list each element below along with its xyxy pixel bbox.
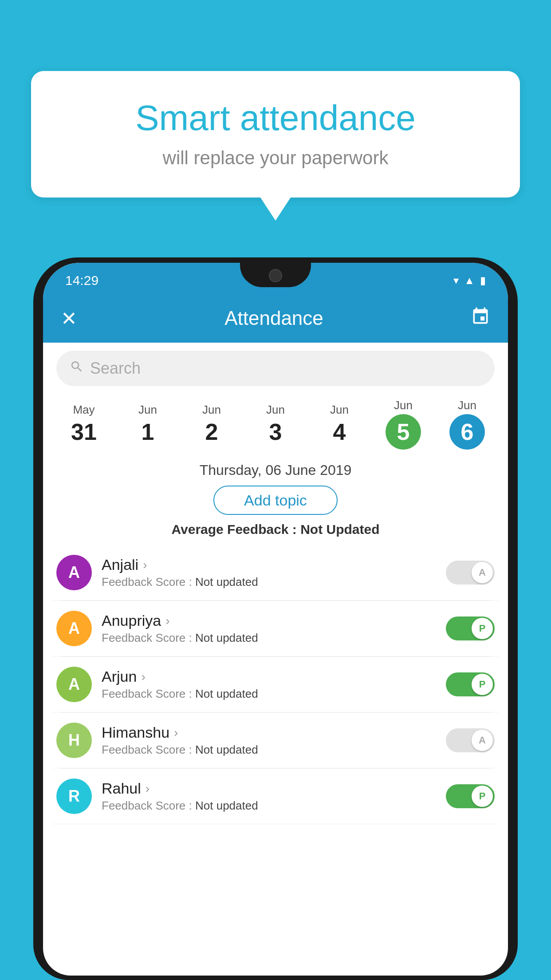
student-list: AAnjali›Feedback Score : Not updatedAAAn… <box>43 545 508 824</box>
header-title: Attendance <box>224 307 323 329</box>
date-item[interactable]: May31 <box>52 399 116 450</box>
date-item[interactable]: Jun3 <box>244 399 307 450</box>
speech-bubble: Smart attendance will replace your paper… <box>31 71 520 198</box>
chevron-right-icon: › <box>143 558 147 572</box>
add-topic-button[interactable]: Add topic <box>213 486 338 515</box>
battery-icon: ▮ <box>480 274 486 287</box>
student-feedback: Feedback Score : Not updated <box>102 799 436 813</box>
toggle-knob: A <box>472 562 493 583</box>
student-name: Arjun› <box>102 668 436 685</box>
toggle-knob: A <box>472 730 493 751</box>
attendance-toggle[interactable]: P <box>446 616 495 640</box>
speech-title: Smart attendance <box>67 98 484 138</box>
wifi-icon: ▾ <box>453 274 459 287</box>
student-name: Anjali› <box>102 556 436 573</box>
attendance-toggle[interactable]: A <box>446 728 495 752</box>
student-name: Rahul› <box>102 780 436 797</box>
signal-icon: ▲ <box>464 274 475 287</box>
student-info: Anupriya›Feedback Score : Not updated <box>102 612 436 645</box>
student-avatar: A <box>56 667 92 702</box>
phone-inner: 14:29 ▾ ▲ ▮ ✕ Attendance <box>39 263 512 980</box>
student-item[interactable]: AArjun›Feedback Score : Not updatedP <box>52 657 499 712</box>
speech-bubble-container: Smart attendance will replace your paper… <box>31 71 520 198</box>
phone-frame: 14:29 ▾ ▲ ▮ ✕ Attendance <box>33 257 518 980</box>
search-placeholder: Search <box>90 359 141 378</box>
camera <box>269 269 282 282</box>
phone-screen: 14:29 ▾ ▲ ▮ ✕ Attendance <box>43 263 508 976</box>
attendance-toggle[interactable]: A <box>446 561 495 585</box>
avg-feedback-label: Average Feedback : <box>171 522 300 537</box>
date-item[interactable]: Jun6 <box>435 394 499 454</box>
student-info: Anjali›Feedback Score : Not updated <box>102 556 436 589</box>
avg-feedback: Average Feedback : Not Updated <box>43 522 508 537</box>
student-avatar: A <box>56 611 92 646</box>
chevron-right-icon: › <box>165 614 169 628</box>
phone-notch <box>240 263 311 287</box>
student-item[interactable]: AAnjali›Feedback Score : Not updatedA <box>52 545 499 601</box>
attendance-toggle[interactable]: P <box>446 784 495 808</box>
student-feedback: Feedback Score : Not updated <box>102 631 436 645</box>
status-time: 14:29 <box>65 273 98 288</box>
student-avatar: R <box>56 778 92 814</box>
date-item[interactable]: Jun5 <box>371 394 435 454</box>
speech-subtitle: will replace your paperwork <box>67 147 484 169</box>
calendar-icon[interactable] <box>471 307 490 330</box>
chevron-right-icon: › <box>146 782 150 796</box>
search-bar[interactable]: Search <box>56 351 495 386</box>
student-name: Anupriya› <box>102 612 436 629</box>
toggle-on[interactable]: P <box>446 784 495 808</box>
chevron-right-icon: › <box>174 726 178 740</box>
student-avatar: H <box>56 723 92 758</box>
student-info: Himanshu›Feedback Score : Not updated <box>102 724 436 757</box>
date-item[interactable]: Jun1 <box>116 399 180 450</box>
date-item[interactable]: Jun4 <box>307 399 371 450</box>
student-item[interactable]: RRahul›Feedback Score : Not updatedP <box>52 769 499 824</box>
status-icons: ▾ ▲ ▮ <box>453 274 486 287</box>
attendance-toggle[interactable]: P <box>446 672 495 696</box>
search-icon <box>70 359 84 378</box>
selected-date: Thursday, 06 June 2019 <box>43 462 508 478</box>
close-button[interactable]: ✕ <box>61 307 77 330</box>
student-avatar: A <box>56 555 92 590</box>
app-header: ✕ Attendance <box>43 294 508 343</box>
student-feedback: Feedback Score : Not updated <box>102 575 436 589</box>
avg-feedback-value: Not Updated <box>300 522 379 537</box>
student-item[interactable]: HHimanshu›Feedback Score : Not updatedA <box>52 713 499 768</box>
student-name: Himanshu› <box>102 724 436 741</box>
toggle-off[interactable]: A <box>446 561 495 585</box>
student-info: Arjun›Feedback Score : Not updated <box>102 668 436 701</box>
add-topic-label: Add topic <box>244 492 307 509</box>
toggle-on[interactable]: P <box>446 672 495 696</box>
chevron-right-icon: › <box>141 670 145 684</box>
student-item[interactable]: AAnupriya›Feedback Score : Not updatedP <box>52 601 499 656</box>
student-feedback: Feedback Score : Not updated <box>102 743 436 757</box>
toggle-off[interactable]: A <box>446 728 495 752</box>
student-feedback: Feedback Score : Not updated <box>102 687 436 701</box>
date-strip: May31Jun1Jun2Jun3Jun4Jun5Jun6 <box>43 394 508 454</box>
toggle-on[interactable]: P <box>446 616 495 640</box>
toggle-knob: P <box>472 618 493 639</box>
date-item[interactable]: Jun2 <box>180 399 244 450</box>
toggle-knob: P <box>472 786 493 807</box>
student-info: Rahul›Feedback Score : Not updated <box>102 780 436 813</box>
toggle-knob: P <box>472 674 493 695</box>
